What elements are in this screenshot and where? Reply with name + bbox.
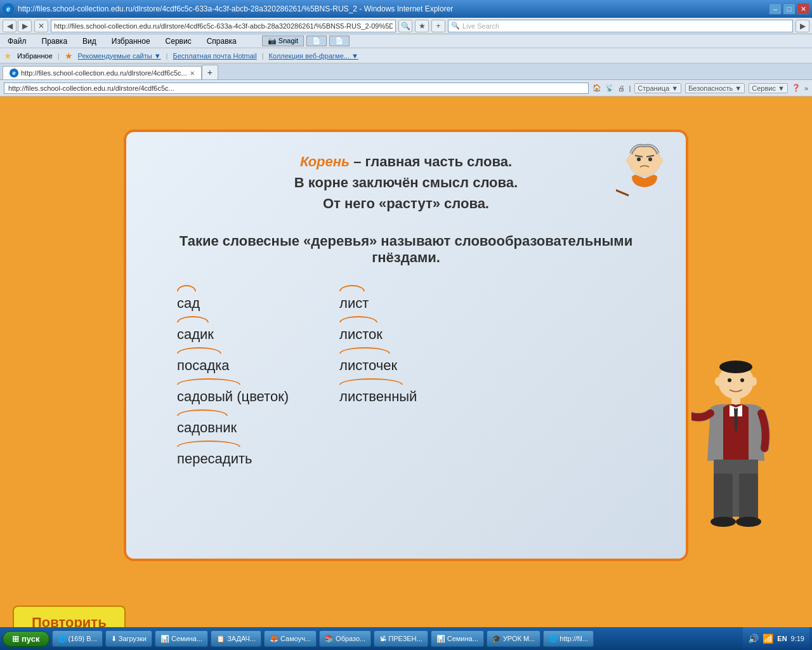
tab-bar: e http://files.school-collection.edu.ru/…	[0, 63, 812, 80]
live-search-label: Live Search	[462, 22, 499, 30]
help-icon[interactable]: ❓	[792, 84, 801, 92]
app-icon-8: 🎓	[492, 635, 501, 643]
search-icon: 🔍	[451, 22, 460, 30]
taskbar-item-label-3: ЗАДАЧ...	[227, 635, 256, 642]
taskbar: ⊞ пуск 🌐 (169) В... ⬇ Загрузки 📊 Семина.…	[0, 627, 812, 650]
maximize-button[interactable]: □	[783, 3, 796, 15]
active-tab[interactable]: e http://files.school-collection.edu.ru/…	[3, 66, 202, 79]
taskbar-item-3[interactable]: 📋 ЗАДАЧ...	[211, 630, 261, 647]
col2-arc-2	[339, 347, 390, 354]
menu-edit[interactable]: Правка	[39, 36, 70, 47]
safety-menu[interactable]: Безопасность ▼	[685, 83, 745, 93]
tab-ie-icon: e	[10, 69, 18, 77]
app-icon-4: 🦊	[270, 635, 278, 643]
page-menu[interactable]: Страница ▼	[634, 83, 681, 93]
speaker-icon: 🔊	[748, 633, 759, 644]
taskbar-item-5[interactable]: 📚 Образо...	[319, 630, 371, 647]
secondary-toolbar: http://files.school-collection.edu.ru/dl…	[0, 80, 812, 96]
menu-view[interactable]: Вид	[80, 36, 99, 47]
menu-file[interactable]: Файл	[5, 36, 29, 47]
col1-word-0: сад	[177, 285, 289, 314]
taskbar-item-label-2: Семина...	[171, 635, 202, 642]
live-search-go[interactable]: ▶	[796, 20, 809, 32]
col1-word-text-4: садовник	[177, 420, 237, 435]
favorites-bar: ★ Избранное | ★ Рекомендуемые сайты ▼ | …	[0, 48, 812, 63]
extra-tab2[interactable]: 📄	[329, 36, 350, 46]
taskbar-item-1[interactable]: ⬇ Загрузки	[105, 630, 152, 647]
taskbar-item-2[interactable]: 📊 Семина...	[155, 630, 208, 647]
tab-label: http://files.school-collection.edu.ru/dl…	[21, 69, 187, 77]
word-column-2: листлистоклисточеклиственный	[339, 285, 417, 469]
svg-point-10	[728, 378, 731, 382]
webparts-link[interactable]: Коллекция веб-фрагме... ▼	[269, 52, 358, 60]
favorites-star-button[interactable]: ★	[415, 20, 429, 32]
app-icon-2: 📊	[160, 635, 169, 643]
col2-arc-1	[339, 316, 377, 322]
rss-icon: 📡	[605, 84, 614, 92]
add-tabs-button[interactable]: +	[431, 20, 445, 32]
taskbar-item-4[interactable]: 🦊 Самоуч...	[264, 630, 317, 647]
print-icon: 🖨	[618, 84, 625, 92]
hotmail-link[interactable]: Бесплатная почта Hotmail	[173, 52, 256, 60]
svg-point-11	[740, 378, 744, 382]
col2-word-3: лиственный	[339, 378, 417, 407]
service-menu[interactable]: Сервис ▼	[749, 83, 788, 93]
start-button[interactable]: ⊞ пуск	[3, 631, 49, 647]
taskbar-item-label-9: http://fil...	[560, 635, 588, 642]
secondary-address: http://files.school-collection.edu.ru/dl…	[4, 83, 589, 94]
search-magnify-button[interactable]: 🔍	[398, 20, 412, 32]
start-label: пуск	[22, 634, 40, 644]
col2-arc-3	[339, 378, 403, 385]
stop-refresh-button[interactable]: ✕	[34, 20, 48, 32]
app-icon-7: 📊	[436, 635, 445, 643]
menu-favorites[interactable]: Избранное	[109, 36, 153, 47]
menu-tools[interactable]: Сервис	[163, 36, 194, 47]
taskbar-item-label-4: Самоуч...	[280, 635, 311, 642]
svg-point-1	[637, 157, 641, 161]
col1-arc-2	[177, 347, 221, 354]
minimize-button[interactable]: –	[769, 3, 782, 15]
col1-word-4: садовник	[177, 409, 289, 438]
expand-icon[interactable]: »	[804, 84, 808, 92]
windows-logo-icon: ⊞	[12, 634, 19, 644]
col1-word-3: садовый (цветок)	[177, 378, 289, 407]
col1-arc-0	[177, 285, 196, 291]
browser-logo: e	[3, 3, 14, 15]
col2-word-text-3: лиственный	[339, 388, 417, 404]
recommended-sites-link[interactable]: Рекомендуемые сайты ▼	[78, 52, 161, 60]
heading-line2: В корне заключён смысл слова.	[294, 175, 518, 190]
close-button[interactable]: ✕	[797, 3, 809, 15]
tab-close-icon[interactable]: ✕	[190, 70, 195, 77]
heading-rest: – главная часть слова.	[350, 154, 512, 169]
teacher-figure	[691, 359, 780, 537]
col1-word-1: садик	[177, 316, 289, 345]
back-button[interactable]: ◀	[3, 20, 16, 32]
menu-help[interactable]: Справка	[204, 36, 239, 47]
snagit-tab[interactable]: 📷 Snagit	[262, 36, 304, 46]
col1-word-text-5: пересадить	[177, 451, 252, 467]
address-bar[interactable]	[51, 20, 396, 32]
time-display: 9:19	[791, 634, 804, 643]
taskbar-item-0[interactable]: 🌐 (169) В...	[52, 630, 103, 647]
taskbar-item-8[interactable]: 🎓 УРОК М...	[487, 630, 540, 647]
main-content: Корень – главная часть слова. В корне за…	[0, 96, 812, 594]
forward-button[interactable]: ▶	[18, 20, 32, 32]
taskbar-item-label-0: (169) В...	[69, 635, 97, 642]
new-tab-button[interactable]: +	[202, 65, 218, 79]
svg-point-2	[648, 157, 652, 161]
network-icon: 📶	[763, 633, 773, 644]
col2-word-2: листочек	[339, 347, 417, 376]
taskbar-item-6[interactable]: 📽 ПРЕЗЕН...	[374, 630, 428, 647]
favorites-label: Избранное	[17, 52, 53, 60]
taskbar-item-7[interactable]: 📊 Семина...	[431, 630, 484, 647]
slide-heading: Корень – главная часть слова. В корне за…	[152, 151, 660, 214]
taskbar-item-9[interactable]: 🌐 http://fil...	[543, 630, 594, 647]
window-controls[interactable]: – □ ✕	[769, 3, 809, 15]
svg-point-20	[736, 517, 761, 527]
svg-point-6	[658, 157, 663, 164]
slide-middle-text: Такие словесные «деревья» называют слово…	[152, 233, 660, 266]
navigation-bar: ◀ ▶ ✕ 🔍 ★ + 🔍 Live Search ▶	[0, 18, 812, 34]
col2-arc-0	[339, 285, 365, 291]
extra-tab1[interactable]: 📄	[306, 36, 327, 46]
col1-word-2: посадка	[177, 347, 289, 376]
